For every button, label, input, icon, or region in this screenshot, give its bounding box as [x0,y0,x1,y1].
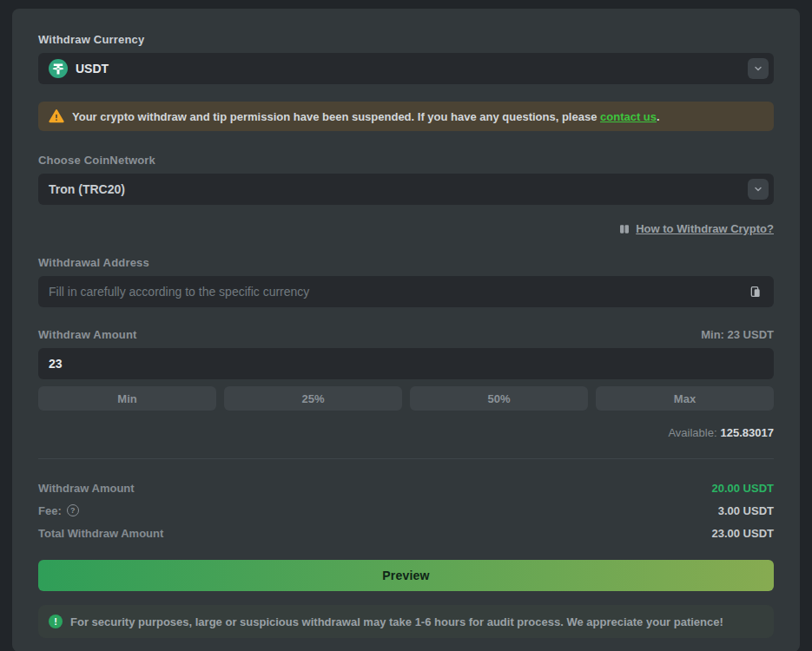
network-select[interactable]: Tron (TRC20) [38,174,774,205]
min-amount-note: Min: 23 USDT [701,328,774,341]
withdraw-currency-label: Withdraw Currency [38,33,774,46]
paste-icon [749,285,762,299]
withdrawal-address-field [38,276,774,307]
howto-link-row: How to Withdraw Crypto? [38,222,774,235]
summary-row-fee: Fee: ? 3.00 USDT [38,499,774,522]
summary-total-label: Total Withdraw Amount [38,527,163,540]
summary-divider [38,458,774,459]
chevron-down-icon [753,184,763,194]
summary-fee-label: Fee: ? [38,504,79,517]
withdraw-amount-label: Withdraw Amount [38,328,137,341]
withdraw-amount-header: Withdraw Amount Min: 23 USDT [38,328,774,341]
withdrawal-address-input[interactable] [49,285,744,299]
max-button[interactable]: Max [596,386,774,411]
available-label: Available: [668,426,716,439]
suspension-warning-banner: Your crypto withdraw and tip permission … [38,102,774,131]
network-selected-value: Tron (TRC20) [49,182,125,196]
coin-network-label: Choose CoinNetwork [38,154,774,167]
quick-amount-buttons: Min 25% 50% Max [38,386,774,411]
warning-text: Your crypto withdraw and tip permission … [72,110,600,123]
currency-selected-value: USDT [76,62,109,76]
currency-select-dropdown-button[interactable] [748,58,769,79]
withdraw-panel: Withdraw Currency USDT Your crypto withd… [12,9,800,651]
how-to-withdraw-label: How to Withdraw Crypto? [636,222,774,235]
currency-select[interactable]: USDT [38,53,774,84]
min-button[interactable]: Min [38,386,216,411]
available-value: 125.83017 [721,426,774,439]
book-icon [618,223,630,235]
contact-us-link[interactable]: contact us [600,110,657,123]
withdrawal-address-label: Withdrawal Address [38,256,774,269]
available-balance: Available:125.83017 [38,426,774,439]
fee-label-text: Fee: [38,504,62,517]
security-notice: ! For security purposes, large or suspic… [38,605,774,638]
warning-triangle-icon [49,108,64,124]
chevron-down-icon [753,63,763,74]
summary-withdraw-amount-label: Withdraw Amount [38,482,135,495]
summary-total-value: 23.00 USDT [711,527,774,540]
summary-row-withdraw-amount: Withdraw Amount 20.00 USDT [38,477,774,499]
network-select-dropdown-button[interactable] [748,179,769,200]
summary-fee-value: 3.00 USDT [718,504,774,517]
quarter-button[interactable]: 25% [224,386,402,411]
preview-button[interactable]: Preview [38,560,774,591]
half-button[interactable]: 50% [410,386,588,411]
tether-icon [49,59,68,78]
warning-message: Your crypto withdraw and tip permission … [72,110,660,123]
withdraw-amount-input[interactable] [49,357,767,371]
summary-row-total: Total Withdraw Amount 23.00 USDT [38,522,774,544]
how-to-withdraw-link[interactable]: How to Withdraw Crypto? [618,222,774,235]
summary-withdraw-amount-value: 20.00 USDT [711,482,774,495]
question-circle-icon[interactable]: ? [67,504,79,516]
warning-suffix: . [657,110,660,123]
paste-address-button[interactable] [744,280,767,303]
withdraw-amount-field [38,348,774,379]
security-notice-text: For security purposes, large or suspicio… [70,615,723,628]
exclamation-circle-icon: ! [49,615,63,628]
